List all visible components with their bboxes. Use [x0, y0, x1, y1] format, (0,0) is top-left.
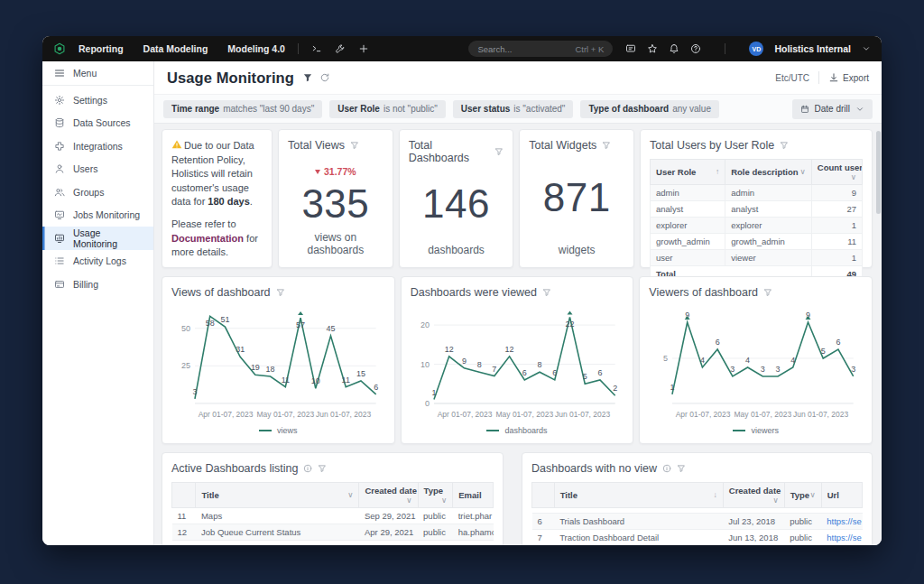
wrench-icon[interactable] [335, 43, 346, 54]
column-header[interactable]: Role description∨ [725, 160, 812, 185]
column-header[interactable]: Title↓ [554, 483, 723, 508]
funnel-icon[interactable] [542, 288, 551, 297]
funnel-icon[interactable] [318, 464, 327, 473]
sidebar-items: Settings Data Sources Integrations Users… [42, 86, 153, 296]
note-paragraph-2: Please refer to Documentation for more d… [171, 218, 263, 260]
content-scrollbar[interactable] [876, 131, 881, 510]
sidebar-item-integrations[interactable]: Integrations [42, 134, 153, 158]
table-cell: scott.bui [453, 541, 494, 546]
column-header[interactable] [172, 483, 196, 508]
column-header[interactable]: Email [453, 483, 494, 508]
org-name[interactable]: Holistics Internal [774, 43, 851, 54]
column-header[interactable]: Type∨ [418, 483, 453, 508]
sidebar-item-user-role[interactable]: User Role is not "public" [329, 100, 446, 118]
help-icon[interactable] [690, 43, 701, 54]
table-cell: Sep 29, 2021 [359, 508, 418, 524]
sort-caret-icon[interactable]: ∨ [347, 490, 353, 499]
table-row[interactable]: explorerexplorer1 [651, 218, 863, 234]
export-button[interactable]: Export [828, 72, 869, 83]
filter-icon[interactable] [302, 72, 313, 83]
column-header[interactable]: Created date∨ [359, 483, 418, 508]
column-header[interactable]: Type∨ [784, 483, 821, 508]
table-cell: 1 [811, 218, 862, 234]
column-header[interactable]: Count users∨ [811, 160, 862, 185]
column-header[interactable]: Created date∨ [723, 483, 784, 508]
chevron-down-icon[interactable] [862, 44, 871, 53]
refresh-icon[interactable] [319, 72, 330, 83]
funnel-icon[interactable] [780, 141, 789, 150]
funnel-icon[interactable] [677, 464, 686, 473]
svg-text:5: 5 [821, 347, 826, 356]
user-avatar[interactable]: VD [749, 42, 763, 56]
table-row[interactable]: userviewer1 [651, 250, 863, 266]
card-title-text: Active Dashboards listing [171, 462, 298, 475]
column-header[interactable]: User Role↑ [651, 160, 725, 185]
sort-caret-icon[interactable]: ∨ [800, 167, 806, 176]
sidebar-item-time-range[interactable]: Time range matches "last 90 days" [163, 100, 322, 118]
sidebar-item-usage-monitoring[interactable]: Usage Monitoring [42, 227, 153, 250]
sidebar-item-activity-logs[interactable]: Activity Logs [42, 250, 153, 273]
nav-tools [311, 43, 369, 54]
funnel-icon[interactable] [276, 288, 285, 297]
svg-text:4: 4 [700, 356, 705, 365]
funnel-icon[interactable] [350, 141, 359, 150]
funnel-icon[interactable] [494, 147, 504, 156]
sort-caret-icon[interactable]: ∨ [406, 496, 411, 505]
table-row[interactable]: 6Trials DashboardJul 23, 2018publichttps… [532, 514, 863, 530]
sort-down-icon[interactable]: ↓ [714, 490, 717, 499]
nav-tabs: Reporting Data Modeling Modeling 4.0 [79, 43, 285, 54]
sort-up-icon[interactable]: ↑ [716, 167, 719, 176]
usage-monitoring-icon [54, 233, 65, 244]
tab-modeling-4[interactable]: Modeling 4.0 [227, 43, 285, 54]
table-row[interactable]: 11MapsSep 29, 2021publictriet.phar [172, 508, 494, 524]
table-cell: explorer [651, 218, 725, 234]
sidebar-item-groups[interactable]: Groups [42, 181, 153, 204]
column-header[interactable]: Title∨ [196, 483, 359, 508]
table-row[interactable]: 13AnniversariesDec 15, 2022publicscott.b… [172, 541, 494, 546]
table-link-cell[interactable]: https://se [821, 514, 862, 530]
table-row[interactable]: 7Traction Dashboard DetailJun 13, 2018pu… [532, 530, 863, 546]
sidebar-item-type-of-dashboard[interactable]: Type of dashboard any value [580, 100, 719, 118]
sort-caret-icon[interactable]: ∨ [810, 490, 816, 499]
sidebar-item-settings[interactable]: Settings [42, 88, 153, 112]
sidebar-item-data-sources[interactable]: Data Sources [42, 112, 153, 135]
table-row[interactable]: growth_admingrowth_admin11 [651, 234, 863, 250]
table-cell: public [784, 514, 821, 530]
plus-icon[interactable] [358, 43, 369, 54]
documentation-link[interactable]: Documentation [171, 233, 244, 244]
terminal-icon[interactable] [311, 43, 322, 54]
star-icon[interactable] [647, 43, 658, 54]
sort-caret-icon[interactable]: ∨ [851, 172, 856, 181]
sidebar-item-user-status[interactable]: User status is "activated" [453, 100, 574, 118]
column-header[interactable]: Url [821, 483, 862, 508]
date-drill-button[interactable]: Date drill [792, 99, 873, 119]
search-input[interactable]: Search... Ctrl + K [468, 41, 613, 57]
sidebar-item-users[interactable]: Users [42, 158, 153, 181]
sidebar-menu-toggle[interactable]: Menu [42, 61, 153, 86]
scrollbar-thumb[interactable] [876, 131, 881, 214]
feedback-icon[interactable] [625, 43, 636, 54]
holistics-logo-icon[interactable] [53, 42, 66, 55]
table-row[interactable]: adminadmin9 [651, 185, 863, 201]
sort-caret-icon[interactable]: ∨ [441, 496, 447, 505]
info-icon[interactable] [303, 464, 312, 473]
chart-legend[interactable]: views [171, 426, 385, 438]
table-row[interactable]: analystanalyst27 [651, 201, 863, 218]
chart-legend[interactable]: viewers [649, 426, 863, 438]
tab-reporting[interactable]: Reporting [79, 43, 124, 54]
svg-text:6: 6 [716, 338, 720, 347]
chart-legend[interactable]: dashboards [411, 426, 624, 438]
table-link-cell[interactable]: https://se [821, 530, 862, 546]
sort-caret-icon[interactable]: ∨ [772, 496, 778, 505]
sidebar-item-jobs-monitoring[interactable]: Jobs Monitoring [42, 204, 153, 227]
funnel-icon[interactable] [602, 141, 611, 150]
tab-data-modeling[interactable]: Data Modeling [143, 43, 208, 54]
sidebar-item-billing[interactable]: Billing [42, 273, 153, 296]
kpi-value: 871 [529, 152, 624, 244]
svg-text:2: 2 [613, 384, 617, 393]
bell-icon[interactable] [669, 43, 679, 54]
info-icon[interactable] [662, 464, 671, 473]
funnel-icon[interactable] [763, 288, 772, 297]
column-header[interactable] [532, 483, 555, 508]
table-row[interactable]: 12Job Queue Current StatusApr 29, 2021pu… [172, 524, 494, 541]
